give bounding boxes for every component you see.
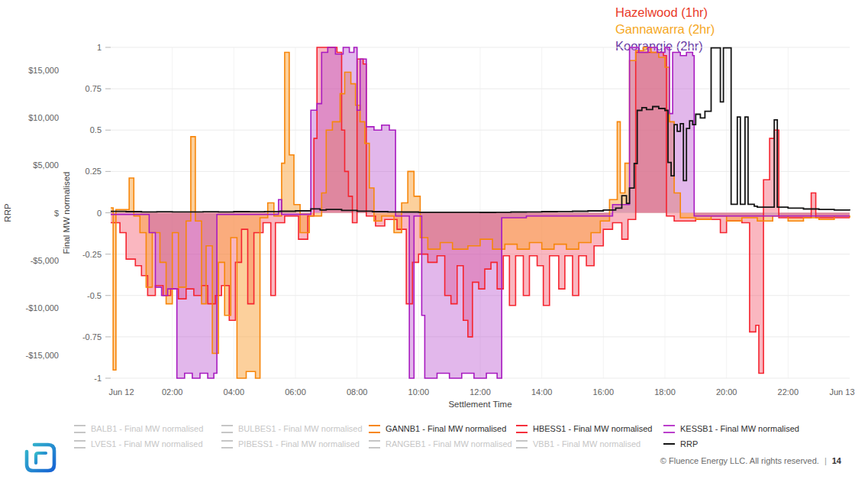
rrp-tick-label: $5,000 [33, 160, 59, 170]
norm-tick-label: 0.75 [86, 84, 102, 93]
x-tick-label: 22:00 [778, 387, 799, 397]
rrp-tick-label: $10,000 [28, 113, 59, 122]
x-tick-label: 14:00 [531, 387, 553, 397]
legend-label: KESSB1 - Final MW normalised [680, 424, 799, 433]
rrp-tick-label: $ [54, 209, 59, 218]
legend-item-vbb1[interactable]: VBB1 - Final MW normalised [516, 439, 663, 449]
legend-label: BULBES1 - Final MW normalised [238, 424, 363, 433]
legend-item-rrp[interactable]: RRP [663, 439, 811, 449]
footer: © Fluence Energy LLC. All rights reserve… [660, 456, 841, 465]
rrp-tick-label: -$5,000 [31, 256, 59, 265]
legend-label: HBESS1 - Final MW normalised [533, 424, 653, 433]
legend-item-balb1[interactable]: BALB1 - Final MW normalised [74, 424, 221, 433]
legend-marker [663, 425, 675, 433]
legend-label: BALB1 - Final MW normalised [91, 424, 203, 433]
norm-tick-label: 1 [97, 43, 102, 52]
legend-item-bulbes1[interactable]: BULBES1 - Final MW normalised [221, 424, 369, 433]
x-tick-label: Jun 12 [108, 387, 134, 397]
chart-legend: BALB1 - Final MW normalisedBULBES1 - Fin… [74, 421, 811, 452]
norm-tick-label: -1 [94, 374, 102, 383]
legend-label: LVES1 - Final MW normalised [91, 439, 203, 449]
legend-marker [663, 443, 675, 445]
legend-label: VBB1 - Final MW normalised [533, 439, 641, 449]
copyright-text: © Fluence Energy LLC. All rights reserve… [660, 456, 819, 465]
legend-label: GANNB1 - Final MW normalised [386, 424, 506, 433]
x-axis-title: Settlement Time [448, 400, 511, 409]
x-tick-label: 02:00 [162, 387, 183, 397]
legend-item-kessb1[interactable]: KESSB1 - Final MW normalised [663, 424, 811, 433]
x-tick-label: Jun 13 [829, 387, 854, 397]
legend-item-hbess1[interactable]: HBESS1 - Final MW normalised [516, 424, 663, 433]
norm-axis-title: Final MW normalised [62, 172, 71, 254]
footer-separator: | [824, 456, 827, 465]
legend-item-pibess1[interactable]: PIBESS1 - Final MW normalised [221, 439, 369, 449]
norm-tick-label: -0.25 [82, 250, 102, 259]
legend-item-lves1[interactable]: LVES1 - Final MW normalised [74, 439, 221, 449]
page-number: 14 [832, 456, 841, 465]
x-tick-label: 10:00 [408, 387, 430, 397]
fluence-logo [23, 440, 58, 478]
x-tick-label: 18:00 [654, 387, 676, 397]
x-tick-label: 20:00 [716, 387, 737, 397]
legend-label: PIBESS1 - Final MW normalised [238, 439, 360, 449]
norm-tick-label: 0.5 [90, 125, 102, 134]
norm-tick-label: -0.5 [87, 291, 102, 300]
legend-marker [516, 440, 528, 449]
x-tick-label: 12:00 [469, 387, 491, 397]
norm-tick-label: 0.25 [86, 167, 102, 176]
x-tick-label: 06:00 [285, 387, 306, 397]
legend-marker [369, 425, 380, 433]
legend-label: RRP [680, 439, 698, 449]
legend-marker [221, 440, 233, 449]
legend-item-gannb1[interactable]: GANNB1 - Final MW normalised [369, 424, 516, 433]
legend-marker [516, 425, 528, 433]
chart-plot: $15,000$10,000$5,000$-$5,000-$10,000-$15… [0, 0, 868, 416]
legend-item-rangeb1[interactable]: RANGEB1 - Final MW normalised [369, 439, 516, 449]
legend-marker [221, 425, 233, 433]
rrp-tick-label: $15,000 [28, 66, 59, 75]
legend-marker [74, 425, 86, 433]
fluence-logo-icon [23, 440, 58, 475]
x-tick-label: 16:00 [593, 387, 615, 397]
rrp-axis-title: RRP [3, 203, 12, 222]
x-tick-label: 08:00 [347, 387, 368, 397]
norm-tick-label: -0.75 [82, 332, 102, 342]
legend-marker [74, 440, 86, 449]
legend-label: RANGEB1 - Final MW normalised [386, 439, 512, 449]
rrp-tick-label: -$15,000 [26, 351, 59, 360]
rrp-tick-label: -$10,000 [26, 303, 59, 313]
norm-tick-label: 0 [97, 209, 102, 218]
x-tick-label: 04:00 [224, 387, 245, 397]
legend-marker [369, 440, 380, 449]
